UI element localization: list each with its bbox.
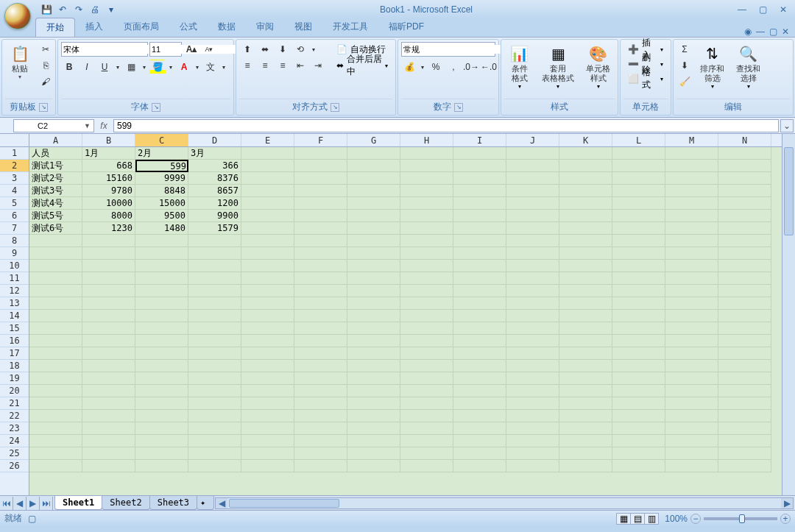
- cell-L24[interactable]: [612, 435, 665, 447]
- cell-F5[interactable]: [294, 197, 347, 210]
- cell-H20[interactable]: [400, 385, 453, 397]
- cell-G23[interactable]: [347, 422, 400, 435]
- cell-D12[interactable]: [188, 285, 241, 297]
- cell-D26[interactable]: [188, 460, 241, 472]
- cell-L7[interactable]: [612, 222, 665, 235]
- cell-B6[interactable]: 8000: [82, 210, 135, 222]
- phonetic-button[interactable]: 文: [202, 60, 219, 74]
- col-header-C[interactable]: C: [135, 134, 188, 146]
- col-header-E[interactable]: E: [241, 134, 294, 146]
- cell-C8[interactable]: [135, 235, 188, 247]
- cell-I26[interactable]: [453, 460, 506, 472]
- cell-B24[interactable]: [82, 435, 135, 447]
- cell-styles-button[interactable]: 🎨单元格 样式▾: [582, 42, 615, 91]
- cell-I2[interactable]: [453, 160, 506, 172]
- cell-F26[interactable]: [294, 460, 347, 472]
- cell-G20[interactable]: [347, 385, 400, 397]
- row-header-22[interactable]: 22: [0, 410, 29, 422]
- cell-D23[interactable]: [188, 422, 241, 435]
- align-top-button[interactable]: ⬆: [239, 42, 255, 57]
- cell-J24[interactable]: [506, 435, 559, 447]
- cell-F9[interactable]: [294, 247, 347, 260]
- cell-I25[interactable]: [453, 447, 506, 460]
- new-sheet-button[interactable]: ✦: [197, 496, 214, 510]
- cell-C1[interactable]: 2月: [135, 147, 188, 160]
- cell-E9[interactable]: [241, 247, 294, 260]
- cell-K3[interactable]: [559, 172, 612, 185]
- cell-L23[interactable]: [612, 422, 665, 435]
- ribbon-tab-8[interactable]: 福昕PDF: [378, 18, 434, 37]
- increase-font-button[interactable]: A▴: [183, 42, 199, 57]
- cell-A17[interactable]: [29, 347, 82, 360]
- row-header-2[interactable]: 2: [0, 160, 29, 172]
- cell-C16[interactable]: [135, 335, 188, 347]
- underline-button[interactable]: U: [96, 60, 113, 74]
- cell-J4[interactable]: [506, 185, 559, 197]
- cell-E16[interactable]: [241, 335, 294, 347]
- cell-F13[interactable]: [294, 297, 347, 310]
- sort-filter-button[interactable]: ⇅排序和 筛选▾: [696, 42, 729, 91]
- cell-A12[interactable]: [29, 285, 82, 297]
- cell-F11[interactable]: [294, 272, 347, 285]
- cell-D1[interactable]: 3月: [188, 147, 241, 160]
- cell-K15[interactable]: [559, 322, 612, 335]
- cell-I10[interactable]: [453, 260, 506, 272]
- bold-button[interactable]: B: [61, 60, 77, 74]
- cell-K22[interactable]: [559, 410, 612, 422]
- cell-C11[interactable]: [135, 272, 188, 285]
- cell-M19[interactable]: [665, 372, 718, 385]
- ribbon-tab-3[interactable]: 公式: [169, 18, 208, 37]
- cell-H25[interactable]: [400, 447, 453, 460]
- cell-D20[interactable]: [188, 385, 241, 397]
- cell-C3[interactable]: 9999: [135, 172, 188, 185]
- cell-J18[interactable]: [506, 360, 559, 372]
- underline-dropdown[interactable]: ▾: [114, 60, 121, 74]
- cell-L10[interactable]: [612, 260, 665, 272]
- cell-J17[interactable]: [506, 347, 559, 360]
- view-pagebreak-button[interactable]: ▥: [644, 513, 659, 525]
- format-painter-button[interactable]: 🖌: [38, 74, 54, 89]
- cell-G15[interactable]: [347, 322, 400, 335]
- cell-E13[interactable]: [241, 297, 294, 310]
- comma-button[interactable]: ,: [445, 60, 462, 74]
- col-header-G[interactable]: G: [347, 134, 400, 146]
- cell-A15[interactable]: [29, 322, 82, 335]
- cell-A23[interactable]: [29, 422, 82, 435]
- cell-L1[interactable]: [612, 147, 665, 160]
- cell-K19[interactable]: [559, 372, 612, 385]
- cell-B25[interactable]: [82, 447, 135, 460]
- cell-L6[interactable]: [612, 210, 665, 222]
- cell-F23[interactable]: [294, 422, 347, 435]
- increase-decimal-button[interactable]: .0→: [463, 60, 479, 74]
- cell-F1[interactable]: [294, 147, 347, 160]
- number-format-combo[interactable]: ▾: [401, 42, 495, 57]
- cell-I14[interactable]: [453, 310, 506, 322]
- cell-B18[interactable]: [82, 360, 135, 372]
- cell-E11[interactable]: [241, 272, 294, 285]
- cell-C20[interactable]: [135, 385, 188, 397]
- cell-A13[interactable]: [29, 297, 82, 310]
- cell-H5[interactable]: [400, 197, 453, 210]
- cell-M26[interactable]: [665, 460, 718, 472]
- cell-M24[interactable]: [665, 435, 718, 447]
- cell-F24[interactable]: [294, 435, 347, 447]
- vertical-scrollbar[interactable]: [782, 134, 795, 495]
- zoom-in-button[interactable]: +: [780, 514, 791, 524]
- cell-J26[interactable]: [506, 460, 559, 472]
- cell-B13[interactable]: [82, 297, 135, 310]
- cell-F7[interactable]: [294, 222, 347, 235]
- cell-C26[interactable]: [135, 460, 188, 472]
- col-header-K[interactable]: K: [559, 134, 612, 146]
- cell-L22[interactable]: [612, 410, 665, 422]
- cell-K14[interactable]: [559, 310, 612, 322]
- orientation-dropdown[interactable]: ▾: [310, 42, 317, 57]
- cell-L12[interactable]: [612, 285, 665, 297]
- cell-N8[interactable]: [718, 235, 771, 247]
- cell-B1[interactable]: 1月: [82, 147, 135, 160]
- col-header-B[interactable]: B: [82, 134, 135, 146]
- cell-L5[interactable]: [612, 197, 665, 210]
- accounting-dropdown[interactable]: ▾: [419, 60, 426, 74]
- col-header-L[interactable]: L: [612, 134, 665, 146]
- align-middle-button[interactable]: ⬌: [257, 42, 273, 57]
- row-header-7[interactable]: 7: [0, 222, 29, 235]
